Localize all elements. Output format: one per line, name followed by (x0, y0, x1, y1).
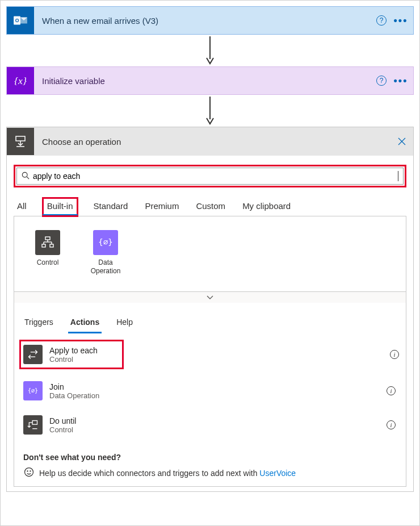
svg-text:{x}: {x} (14, 75, 27, 86)
loop-icon (23, 345, 43, 364)
svg-rect-16 (42, 244, 45, 247)
subtab-actions[interactable]: Actions (69, 314, 100, 332)
connector-arrow (6, 95, 414, 127)
svg-point-24 (30, 471, 31, 471)
chooser-icon (7, 128, 34, 155)
action-apply-to-each[interactable]: Apply to each Control (20, 340, 123, 369)
connector-data-operation[interactable]: {∅} Data Operation (86, 230, 125, 275)
svg-text:O: O (15, 18, 19, 23)
chevron-down-icon (207, 295, 213, 300)
uservoice-link[interactable]: UserVoice (259, 469, 296, 478)
subtab-triggers[interactable]: Triggers (23, 314, 54, 332)
svg-text:{∅}: {∅} (28, 387, 38, 394)
do-until-icon (23, 415, 43, 435)
data-operation-icon: {∅} (93, 230, 118, 255)
svg-point-23 (27, 471, 28, 471)
smiley-icon (23, 466, 35, 479)
help-button[interactable]: ? (375, 14, 388, 27)
svg-rect-20 (32, 421, 37, 425)
collapse-toggle[interactable] (14, 291, 406, 303)
action-join[interactable]: {∅} Join Data Operation i (20, 377, 400, 405)
control-icon (35, 230, 60, 255)
tab-standard[interactable]: Standard (93, 198, 129, 216)
connector-label: Control (37, 258, 59, 267)
svg-point-22 (25, 468, 33, 477)
footer-title: Don't see what you need? (23, 453, 397, 462)
more-menu-button[interactable]: ••• (392, 74, 410, 87)
step-title: Initialize variable (34, 76, 375, 86)
subtabs: Triggers Actions Help (14, 303, 406, 332)
tab-builtin[interactable]: Built-in (43, 198, 78, 216)
info-button[interactable]: i (389, 349, 400, 360)
chooser-title: Choose an operation (34, 137, 390, 147)
svg-point-9 (22, 172, 27, 177)
action-subtitle: Data Operation (49, 391, 379, 400)
action-subtitle: Control (49, 355, 119, 364)
chooser-header: Choose an operation (7, 127, 413, 156)
info-button[interactable]: i (385, 385, 397, 396)
search-highlight (14, 165, 406, 187)
tab-all[interactable]: All (16, 198, 28, 216)
info-button[interactable]: i (385, 419, 397, 431)
tab-clipboard[interactable]: My clipboard (241, 198, 292, 216)
search-icon (22, 172, 30, 181)
outlook-icon: O (7, 7, 34, 34)
action-title: Join (49, 382, 379, 391)
connector-control[interactable]: Control (28, 230, 68, 275)
action-title: Apply to each (49, 346, 119, 355)
tab-custom[interactable]: Custom (195, 198, 226, 216)
step-title: When a new email arrives (V3) (34, 16, 375, 26)
svg-line-10 (27, 177, 29, 179)
svg-text:{∅}: {∅} (99, 237, 112, 247)
subtab-help[interactable]: Help (115, 314, 134, 332)
connector-arrow (6, 35, 414, 66)
tab-premium[interactable]: Premium (144, 198, 180, 216)
step-card-variable[interactable]: {x} Initialize variable ? ••• (6, 66, 414, 95)
variable-icon: {x} (7, 67, 34, 94)
action-do-until[interactable]: Do until Control i (20, 411, 400, 439)
more-menu-button[interactable]: ••• (392, 14, 410, 27)
operation-chooser: Choose an operation All Built-in Standar… (6, 127, 414, 492)
step-card-email[interactable]: O When a new email arrives (V3) ? ••• (6, 6, 414, 35)
svg-rect-6 (16, 136, 25, 141)
action-title: Do until (49, 416, 379, 425)
footer-text: Help us decide which connectors and trig… (39, 469, 296, 478)
text-cursor (398, 171, 398, 181)
svg-rect-17 (50, 244, 53, 247)
close-button[interactable] (390, 130, 413, 153)
category-tabs: All Built-in Standard Premium Custom My … (14, 187, 406, 216)
help-button[interactable]: ? (375, 74, 388, 87)
join-icon: {∅} (23, 381, 43, 400)
action-subtitle: Control (49, 425, 379, 434)
search-input[interactable] (33, 172, 397, 181)
connector-label: Data Operation (86, 258, 125, 275)
svg-rect-11 (45, 237, 50, 240)
